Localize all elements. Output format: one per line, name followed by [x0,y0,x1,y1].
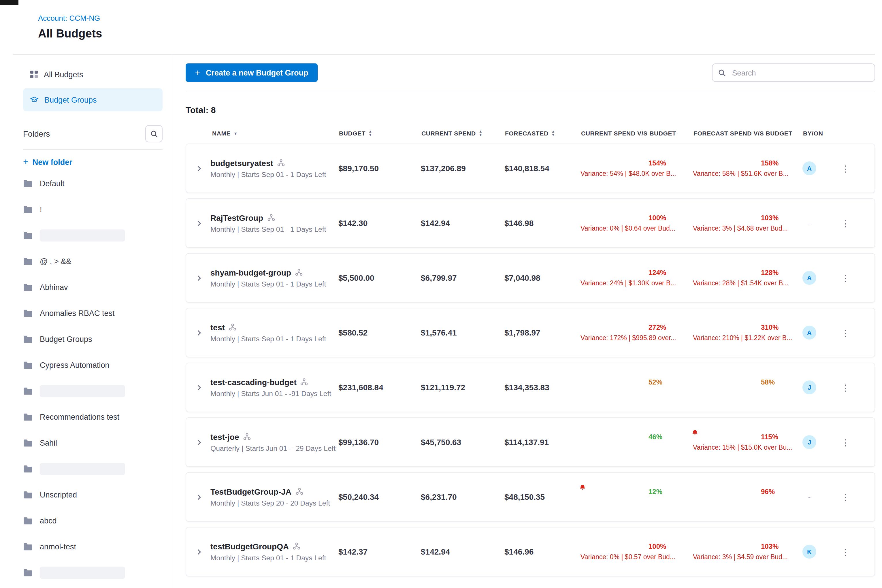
folder-item[interactable]: Budget Groups [23,326,163,352]
redacted-folder-name [40,385,125,397]
byon-cell: K [802,545,834,559]
budget-group-name[interactable]: testBudgetGroupQA [210,542,289,551]
budget-period: Quarterly | Starts Jun 01 - -29 Days Lef… [210,444,338,452]
row-menu-button[interactable]: ⋮ [839,381,852,394]
budget-group-row[interactable]: TestBudgetGroup-JA Monthly | Starts Sep … [186,472,875,522]
row-menu-button[interactable]: ⋮ [839,216,852,230]
new-folder-button[interactable]: + New folder [23,157,163,167]
budget-group-row[interactable]: test Monthly | Starts Sep 01 - 1 Days Le… [186,308,875,357]
budget-group-row[interactable]: shyam-budget-group Monthly | Starts Sep … [186,253,875,303]
folder-item[interactable]: Sahil [23,430,163,456]
sort-arrows-icon: ▲▼ [479,130,483,136]
row-menu-button[interactable]: ⋮ [839,490,852,504]
current-spend-amount: $142.94 [421,547,504,556]
expand-chevron-icon[interactable] [196,165,202,171]
forecast-vs-budget-pct: 158% [761,159,778,167]
folder-icon [23,387,33,396]
column-header-forecasted[interactable]: FORECASTED ▲▼ [505,130,581,136]
column-header-name[interactable]: NAME ▼ [212,130,339,136]
budget-period: Monthly | Starts Sep 01 - 1 Days Left [210,554,338,562]
budget-group-name[interactable]: TestBudgetGroup-JA [210,487,291,496]
budget-group-row[interactable]: budgetsuryatest Monthly | Starts Sep 01 … [186,144,875,193]
group-icon [293,543,300,550]
sidebar-item-all-budgets[interactable]: All Budgets [23,63,163,86]
row-menu-button[interactable]: ⋮ [839,435,852,449]
folder-item[interactable] [23,456,163,482]
budget-amount: $99,136.70 [338,438,421,447]
current-variance-text: Variance: 0% | $0.57 over Bud... [580,553,693,562]
folder-item[interactable]: abcd [23,508,163,534]
owner-avatar: A [802,271,816,285]
expand-chevron-icon[interactable] [196,220,202,226]
budget-group-row[interactable]: test-joe Quarterly | Starts Jun 01 - -29… [186,417,875,467]
folder-item[interactable] [23,560,163,586]
row-menu-button[interactable]: ⋮ [839,326,852,339]
menu-cell: ⋮ [834,326,857,339]
folder-item[interactable] [23,378,163,404]
owner-avatar: K [802,545,816,559]
folder-item[interactable]: Default [23,171,163,196]
budget-group-row[interactable]: RajTestGroup Monthly | Starts Sep 01 - 1… [186,198,875,248]
budget-group-name[interactable]: test-joe [210,432,239,441]
expand-chevron-icon[interactable] [196,439,202,446]
folder-item[interactable]: ! [23,196,163,222]
search-input[interactable] [731,68,869,78]
budget-group-name[interactable]: test [210,322,225,332]
menu-cell: ⋮ [834,162,857,175]
budget-group-name[interactable]: RajTestGroup [210,213,263,222]
budget-amount: $142.37 [338,547,421,556]
plus-icon: + [23,157,28,167]
folder-item[interactable]: Cypress Automation [23,352,163,378]
folder-icon [23,439,33,447]
budget-group-name[interactable]: test-cascading-budget [210,377,297,387]
current-vs-budget-pct: 46% [648,433,662,441]
folder-item[interactable]: anmol-test [23,534,163,560]
current-vs-budget-pct: 100% [648,214,666,222]
budget-group-row[interactable]: test-cascading-budget Monthly | Starts J… [186,363,875,412]
column-header-budget[interactable]: BUDGET ▲▼ [339,130,422,136]
folder-search-button[interactable] [145,125,163,142]
owner-avatar: - [802,490,816,504]
expand-chevron-icon[interactable] [196,384,202,390]
forecast-variance-text: Variance: 3% | $4.68 over Bud... [693,225,802,233]
byon-cell: - [802,490,834,504]
forecast-vs-budget-cell: 103% Variance: 3% | $4.68 over Bud... [693,213,802,233]
sidebar-item-budget-groups[interactable]: Budget Groups [23,88,163,111]
search-icon [150,130,158,138]
folder-item[interactable] [23,586,163,588]
column-header-current-spend[interactable]: CURRENT SPEND ▲▼ [422,130,505,136]
expand-chevron-icon[interactable] [196,275,202,281]
row-menu-button[interactable]: ⋮ [839,162,852,175]
budget-period: Monthly | Starts Sep 20 - 20 Days Left [210,499,338,507]
budget-amount: $142.30 [338,219,421,228]
expand-chevron-icon[interactable] [196,549,202,555]
current-vs-budget-pct: 124% [648,268,666,276]
folder-item[interactable]: @ . > && [23,249,163,274]
account-breadcrumb-link[interactable]: Account: CCM-NG [38,14,100,22]
row-menu-button[interactable]: ⋮ [839,545,852,558]
expand-chevron-icon[interactable] [196,330,202,336]
create-budget-group-button[interactable]: + Create a new Budget Group [186,63,317,82]
expand-chevron-icon[interactable] [196,494,202,500]
folder-item[interactable]: Recommendations test [23,404,163,430]
budget-group-name[interactable]: shyam-budget-group [210,268,291,277]
menu-cell: ⋮ [834,545,857,558]
folder-item[interactable] [23,222,163,249]
forecast-vs-budget-pct: 115% [761,433,778,441]
row-menu-button[interactable]: ⋮ [839,271,852,285]
table-header-row: NAME ▼ BUDGET ▲▼ CURRENT SPEND ▲▼ FORECA… [186,130,875,136]
budget-group-name[interactable]: budgetsuryatest [210,158,273,168]
forecast-vs-budget-pct: 310% [761,323,778,331]
current-spend-amount: $121,119.72 [421,383,504,392]
budget-amount: $5,500.00 [338,273,421,282]
owner-avatar: A [802,326,816,339]
byon-cell: A [802,271,834,285]
byon-cell: A [802,161,834,175]
budget-group-row[interactable]: testBudgetGroupQA Monthly | Starts Sep 0… [186,527,875,576]
folder-item[interactable]: Anomalies RBAC test [23,300,163,326]
forecasted-amount: $1,798.97 [504,328,580,337]
name-cell: budgetsuryatest Monthly | Starts Sep 01 … [210,158,338,178]
current-vs-budget-pct: 154% [648,159,666,167]
folder-item[interactable]: Abhinav [23,274,163,300]
folder-item[interactable]: Unscripted [23,482,163,508]
